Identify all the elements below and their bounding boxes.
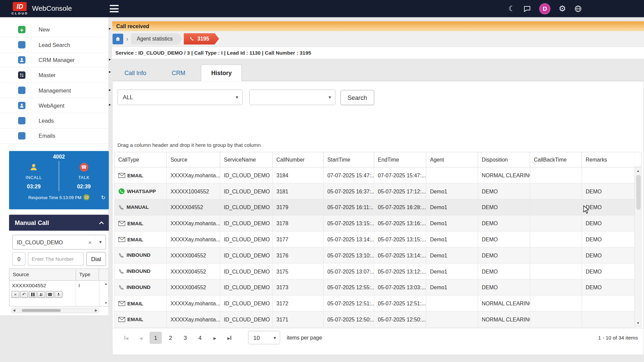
page-button-3[interactable]: 3 bbox=[179, 331, 192, 344]
dial-button[interactable]: Dial bbox=[86, 252, 106, 266]
collapse-arrow[interactable] bbox=[109, 57, 112, 61]
starttime-cell: 05-07-2025 13:15:... bbox=[323, 215, 374, 231]
collapse-arrow[interactable] bbox=[109, 26, 112, 31]
remarks-cell bbox=[582, 311, 635, 327]
scroll-right-icon[interactable] bbox=[95, 308, 98, 313]
sidebar-item-leads[interactable]: Leads bbox=[0, 113, 108, 128]
table-row[interactable]: EMAILXXXXXay.mohanta...ID_CLOUD_DEMO3171… bbox=[114, 311, 635, 327]
table-row[interactable]: INBOUNDXXXXX004552ID_CLOUD_DEMO317305-07… bbox=[114, 279, 635, 295]
mini-scroll-down-icon[interactable] bbox=[104, 301, 108, 305]
menu-toggle-button[interactable] bbox=[110, 4, 119, 12]
column-header-starttime[interactable]: StartTime bbox=[323, 152, 374, 167]
scroll-up-icon[interactable] bbox=[636, 168, 640, 175]
manual-call-header[interactable]: Manual Call bbox=[9, 215, 109, 231]
tab-history[interactable]: History bbox=[201, 64, 242, 81]
tab-active-call[interactable]: 3195 bbox=[184, 33, 219, 45]
column-header-callbacktime[interactable]: CallBackTime bbox=[530, 152, 582, 167]
column-header-servicename[interactable]: ServiceName bbox=[220, 152, 273, 167]
table-row[interactable]: EMAILXXXXXay.mohanta...ID_CLOUD_DEMO3172… bbox=[114, 295, 635, 311]
servicename-cell: ID_CLOUD_DEMO bbox=[220, 263, 273, 280]
filter-type-dropdown[interactable]: ALL bbox=[117, 89, 243, 105]
page-size-dropdown[interactable]: 10 bbox=[248, 331, 280, 344]
vertical-scroll-thumb[interactable] bbox=[636, 175, 641, 210]
scroll-down-icon[interactable] bbox=[636, 320, 640, 327]
collapse-arrow[interactable] bbox=[109, 69, 112, 74]
column-header-remarks[interactable]: Remarks bbox=[582, 152, 635, 167]
search-button[interactable]: Search bbox=[340, 90, 374, 105]
user-avatar[interactable]: D bbox=[539, 3, 550, 14]
page-button-2[interactable]: 2 bbox=[164, 331, 177, 344]
callbacktime-cell bbox=[530, 215, 582, 231]
table-row[interactable]: EMAILXXXXXay.mohanta...ID_CLOUD_DEMO3177… bbox=[114, 231, 635, 247]
table-row[interactable]: INBOUNDXXXXX004552ID_CLOUD_DEMO317605-07… bbox=[114, 247, 635, 263]
clear-icon[interactable] bbox=[85, 239, 95, 246]
mini-column-type[interactable]: Type bbox=[76, 269, 99, 280]
close-button[interactable]: × bbox=[11, 291, 19, 298]
sidebar-item-emails[interactable]: Emails bbox=[0, 128, 108, 143]
talk-label: TALK bbox=[59, 173, 109, 181]
page-button-4[interactable]: 4 bbox=[194, 331, 206, 344]
last-page-button[interactable] bbox=[223, 331, 236, 344]
sidebar-item-management[interactable]: Management bbox=[0, 83, 108, 98]
sidebar-item-new[interactable]: +New bbox=[0, 22, 108, 37]
mini-column-source[interactable]: Source bbox=[9, 269, 76, 280]
previous-page-button[interactable] bbox=[135, 331, 147, 344]
column-header-endtime[interactable]: EndTime bbox=[374, 152, 426, 167]
mini-row-type: I bbox=[78, 283, 80, 289]
column-header-agent[interactable]: Agent bbox=[426, 152, 478, 167]
calltype-cell: EMAIL bbox=[114, 311, 167, 327]
mini-scroll-up-icon[interactable] bbox=[104, 282, 108, 286]
scroll-left-icon[interactable] bbox=[13, 308, 15, 313]
page-button-1[interactable]: 1 bbox=[150, 331, 162, 344]
column-header-calltype[interactable]: CallType bbox=[114, 152, 167, 167]
transfer-button[interactable]: ↶ bbox=[20, 291, 28, 298]
first-page-button[interactable] bbox=[120, 331, 132, 344]
endtime-cell: 05-07-2025 13:14:... bbox=[374, 247, 426, 263]
chat-icon[interactable] bbox=[523, 5, 531, 12]
table-row[interactable]: MANUALXXXXX04552ID_CLOUD_DEMO317905-07-2… bbox=[114, 199, 635, 215]
column-header-disposition[interactable]: Disposition bbox=[478, 152, 530, 167]
grid-vertical-scrollbar[interactable] bbox=[635, 167, 642, 327]
callnumber-cell: 3175 bbox=[272, 263, 323, 280]
tab-call-info[interactable]: Call Info bbox=[115, 64, 156, 81]
calltype-cell: INBOUND bbox=[114, 263, 167, 280]
record-button[interactable] bbox=[55, 291, 62, 298]
sidebar-item-webagent[interactable]: WebAgent bbox=[0, 98, 108, 113]
grid-body: EMAILXXXXXay.mohanta...ID_CLOUD_DEMO3184… bbox=[114, 167, 635, 327]
service-combobox[interactable]: ID_CLOUD_DEMO bbox=[12, 235, 106, 249]
call-control-bar: ×↶☎ bbox=[11, 291, 62, 298]
prefix-input[interactable] bbox=[12, 252, 25, 265]
settings-gear-icon[interactable]: ⚙ bbox=[558, 4, 566, 12]
table-row[interactable]: EMAILXXXXXay.mohanta...ID_CLOUD_DEMO3184… bbox=[114, 167, 635, 183]
sidebar-item-crm-manager[interactable]: CRM Manager bbox=[0, 53, 108, 68]
hold-button[interactable] bbox=[29, 291, 37, 298]
next-page-button[interactable] bbox=[209, 331, 221, 344]
home-button[interactable] bbox=[113, 34, 123, 44]
sidebar-item-master[interactable]: Master bbox=[0, 68, 108, 83]
table-row[interactable]: INBOUNDXXXXX004552ID_CLOUD_DEMO317505-07… bbox=[114, 263, 635, 280]
tab-crm[interactable]: CRM bbox=[162, 64, 195, 81]
refresh-icon[interactable]: ↻ bbox=[101, 194, 105, 200]
sidebar-horizontal-scrollbar[interactable] bbox=[11, 308, 99, 313]
dark-mode-moon-icon[interactable]: ☾ bbox=[508, 5, 515, 12]
conference-button[interactable] bbox=[37, 291, 45, 298]
calltype-label: INBOUND bbox=[126, 285, 150, 290]
collapse-arrow[interactable] bbox=[109, 87, 112, 92]
history-panel: ALL Search Drag a column header and drop… bbox=[112, 81, 644, 355]
tab-agent-statistics[interactable]: Agent statistics bbox=[131, 33, 183, 45]
globe-icon[interactable] bbox=[574, 5, 582, 12]
logo-id-mark: ID bbox=[13, 2, 27, 11]
table-row[interactable]: WHATSAPPXXXXX1004552ID_CLOUD_DEMO318105-… bbox=[114, 183, 635, 199]
sidebar-item-lead-search[interactable]: Lead Search bbox=[0, 37, 108, 52]
starttime-cell: 05-07-2025 16:11:... bbox=[323, 199, 374, 215]
column-header-callnumber[interactable]: CallNumber bbox=[272, 152, 323, 167]
horizontal-scroll-thumb[interactable] bbox=[22, 309, 61, 312]
phone-number-input[interactable] bbox=[28, 252, 84, 265]
phone-button[interactable]: ☎ bbox=[46, 291, 54, 298]
collapse-arrow[interactable] bbox=[109, 102, 112, 107]
table-row[interactable]: EMAILXXXXXay.mohanta...ID_CLOUD_DEMO3178… bbox=[114, 215, 635, 231]
column-header-source[interactable]: Source bbox=[167, 152, 220, 167]
filter-value-dropdown[interactable] bbox=[249, 89, 335, 105]
remarks-cell: DEMO bbox=[582, 215, 635, 231]
combobox-dropdown-arrow-icon[interactable] bbox=[95, 235, 106, 249]
